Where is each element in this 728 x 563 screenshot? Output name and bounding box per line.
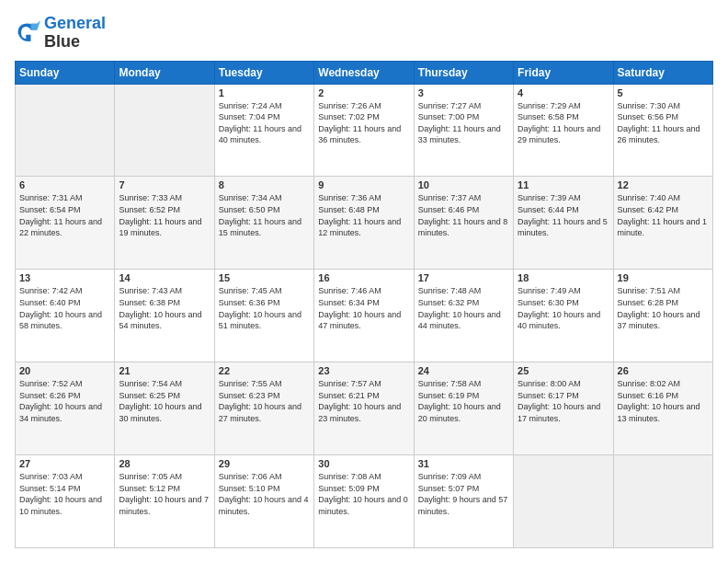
day-number: 17 — [418, 272, 509, 283]
calendar-cell: 11Sunrise: 7:39 AM Sunset: 6:44 PM Dayli… — [514, 177, 613, 270]
day-number: 22 — [219, 365, 310, 376]
day-info: Sunrise: 7:40 AM Sunset: 6:42 PM Dayligh… — [618, 192, 709, 238]
day-info: Sunrise: 7:05 AM Sunset: 5:12 PM Dayligh… — [119, 471, 210, 517]
day-number: 2 — [318, 87, 409, 98]
header: General Blue — [15, 15, 713, 52]
day-number: 26 — [618, 365, 709, 376]
day-info: Sunrise: 7:26 AM Sunset: 7:02 PM Dayligh… — [318, 100, 409, 146]
day-number: 10 — [418, 179, 509, 190]
day-number: 16 — [318, 272, 409, 283]
day-number: 13 — [19, 272, 110, 283]
logo: General Blue — [15, 15, 106, 52]
day-info: Sunrise: 7:52 AM Sunset: 6:26 PM Dayligh… — [19, 378, 110, 424]
day-info: Sunrise: 7:09 AM Sunset: 5:07 PM Dayligh… — [418, 471, 509, 517]
calendar-cell: 21Sunrise: 7:54 AM Sunset: 6:25 PM Dayli… — [115, 362, 214, 455]
day-number: 27 — [19, 458, 110, 469]
header-row: SundayMondayTuesdayWednesdayThursdayFrid… — [16, 61, 713, 84]
day-info: Sunrise: 7:48 AM Sunset: 6:32 PM Dayligh… — [418, 285, 509, 331]
calendar-cell: 31Sunrise: 7:09 AM Sunset: 5:07 PM Dayli… — [414, 455, 513, 548]
day-number: 15 — [219, 272, 310, 283]
weekday-header: Saturday — [613, 61, 712, 84]
day-number: 1 — [219, 87, 310, 98]
day-info: Sunrise: 7:58 AM Sunset: 6:19 PM Dayligh… — [418, 378, 509, 424]
calendar-cell: 28Sunrise: 7:05 AM Sunset: 5:12 PM Dayli… — [115, 455, 214, 548]
day-number: 24 — [418, 365, 509, 376]
calendar-cell: 25Sunrise: 8:00 AM Sunset: 6:17 PM Dayli… — [514, 362, 613, 455]
day-number: 4 — [518, 87, 609, 98]
calendar-cell — [514, 455, 613, 548]
calendar-table: SundayMondayTuesdayWednesdayThursdayFrid… — [15, 61, 713, 548]
calendar-week: 27Sunrise: 7:03 AM Sunset: 5:14 PM Dayli… — [16, 455, 713, 548]
day-info: Sunrise: 7:54 AM Sunset: 6:25 PM Dayligh… — [119, 378, 210, 424]
weekday-header: Sunday — [16, 61, 115, 84]
calendar-cell: 30Sunrise: 7:08 AM Sunset: 5:09 PM Dayli… — [314, 455, 414, 548]
logo-text: General Blue — [44, 15, 106, 52]
day-number: 11 — [518, 179, 609, 190]
day-info: Sunrise: 7:37 AM Sunset: 6:46 PM Dayligh… — [418, 192, 509, 238]
day-info: Sunrise: 7:46 AM Sunset: 6:34 PM Dayligh… — [318, 285, 409, 331]
logo-line1: General — [44, 15, 106, 33]
calendar-cell: 5Sunrise: 7:30 AM Sunset: 6:56 PM Daylig… — [613, 84, 712, 177]
calendar-week: 13Sunrise: 7:42 AM Sunset: 6:40 PM Dayli… — [16, 270, 713, 362]
calendar-cell: 26Sunrise: 8:02 AM Sunset: 6:16 PM Dayli… — [613, 362, 712, 455]
day-info: Sunrise: 7:49 AM Sunset: 6:30 PM Dayligh… — [518, 285, 609, 331]
day-number: 20 — [19, 365, 110, 376]
calendar-cell: 14Sunrise: 7:43 AM Sunset: 6:38 PM Dayli… — [115, 270, 214, 362]
logo-icon — [15, 20, 40, 46]
calendar-cell: 16Sunrise: 7:46 AM Sunset: 6:34 PM Dayli… — [314, 270, 414, 362]
day-info: Sunrise: 7:08 AM Sunset: 5:09 PM Dayligh… — [318, 471, 409, 517]
day-number: 6 — [19, 179, 110, 190]
day-info: Sunrise: 7:30 AM Sunset: 6:56 PM Dayligh… — [618, 100, 709, 146]
calendar-cell — [115, 84, 214, 177]
page: General Blue SundayMondayTuesdayWednesda… — [0, 0, 728, 563]
calendar-cell: 3Sunrise: 7:27 AM Sunset: 7:00 PM Daylig… — [414, 84, 513, 177]
day-number: 30 — [318, 458, 409, 469]
day-number: 21 — [119, 365, 210, 376]
day-info: Sunrise: 7:36 AM Sunset: 6:48 PM Dayligh… — [318, 192, 409, 238]
calendar-cell: 13Sunrise: 7:42 AM Sunset: 6:40 PM Dayli… — [16, 270, 115, 362]
calendar-cell: 27Sunrise: 7:03 AM Sunset: 5:14 PM Dayli… — [16, 455, 115, 548]
weekday-header: Wednesday — [314, 61, 414, 84]
calendar-cell: 15Sunrise: 7:45 AM Sunset: 6:36 PM Dayli… — [214, 270, 313, 362]
day-info: Sunrise: 7:24 AM Sunset: 7:04 PM Dayligh… — [219, 100, 310, 146]
calendar-cell: 8Sunrise: 7:34 AM Sunset: 6:50 PM Daylig… — [214, 177, 313, 270]
day-info: Sunrise: 7:43 AM Sunset: 6:38 PM Dayligh… — [119, 285, 210, 331]
day-number: 29 — [219, 458, 310, 469]
day-info: Sunrise: 7:45 AM Sunset: 6:36 PM Dayligh… — [219, 285, 310, 331]
day-info: Sunrise: 7:42 AM Sunset: 6:40 PM Dayligh… — [19, 285, 110, 331]
day-number: 8 — [219, 179, 310, 190]
day-number: 25 — [518, 365, 609, 376]
calendar-cell: 2Sunrise: 7:26 AM Sunset: 7:02 PM Daylig… — [314, 84, 414, 177]
calendar-cell: 19Sunrise: 7:51 AM Sunset: 6:28 PM Dayli… — [613, 270, 712, 362]
calendar-cell — [16, 84, 115, 177]
day-number: 9 — [318, 179, 409, 190]
calendar-cell — [613, 455, 712, 548]
calendar-cell: 10Sunrise: 7:37 AM Sunset: 6:46 PM Dayli… — [414, 177, 513, 270]
calendar-cell: 1Sunrise: 7:24 AM Sunset: 7:04 PM Daylig… — [214, 84, 313, 177]
calendar-cell: 12Sunrise: 7:40 AM Sunset: 6:42 PM Dayli… — [613, 177, 712, 270]
day-info: Sunrise: 7:03 AM Sunset: 5:14 PM Dayligh… — [19, 471, 110, 517]
day-info: Sunrise: 7:57 AM Sunset: 6:21 PM Dayligh… — [318, 378, 409, 424]
day-number: 7 — [119, 179, 210, 190]
calendar-cell: 4Sunrise: 7:29 AM Sunset: 6:58 PM Daylig… — [514, 84, 613, 177]
day-info: Sunrise: 7:29 AM Sunset: 6:58 PM Dayligh… — [518, 100, 609, 146]
day-number: 5 — [618, 87, 709, 98]
day-info: Sunrise: 7:33 AM Sunset: 6:52 PM Dayligh… — [119, 192, 210, 238]
calendar-cell: 18Sunrise: 7:49 AM Sunset: 6:30 PM Dayli… — [514, 270, 613, 362]
calendar-week: 1Sunrise: 7:24 AM Sunset: 7:04 PM Daylig… — [16, 84, 713, 177]
day-number: 31 — [418, 458, 509, 469]
logo-line2: Blue — [44, 33, 106, 52]
calendar-cell: 17Sunrise: 7:48 AM Sunset: 6:32 PM Dayli… — [414, 270, 513, 362]
weekday-header: Friday — [514, 61, 613, 84]
day-info: Sunrise: 7:31 AM Sunset: 6:54 PM Dayligh… — [19, 192, 110, 238]
calendar-cell: 20Sunrise: 7:52 AM Sunset: 6:26 PM Dayli… — [16, 362, 115, 455]
calendar-week: 6Sunrise: 7:31 AM Sunset: 6:54 PM Daylig… — [16, 177, 713, 270]
calendar-cell: 23Sunrise: 7:57 AM Sunset: 6:21 PM Dayli… — [314, 362, 414, 455]
day-number: 19 — [618, 272, 709, 283]
calendar-cell: 6Sunrise: 7:31 AM Sunset: 6:54 PM Daylig… — [16, 177, 115, 270]
calendar-cell: 9Sunrise: 7:36 AM Sunset: 6:48 PM Daylig… — [314, 177, 414, 270]
day-info: Sunrise: 7:06 AM Sunset: 5:10 PM Dayligh… — [219, 471, 310, 517]
weekday-header: Monday — [115, 61, 214, 84]
day-info: Sunrise: 8:00 AM Sunset: 6:17 PM Dayligh… — [518, 378, 609, 424]
day-number: 28 — [119, 458, 210, 469]
